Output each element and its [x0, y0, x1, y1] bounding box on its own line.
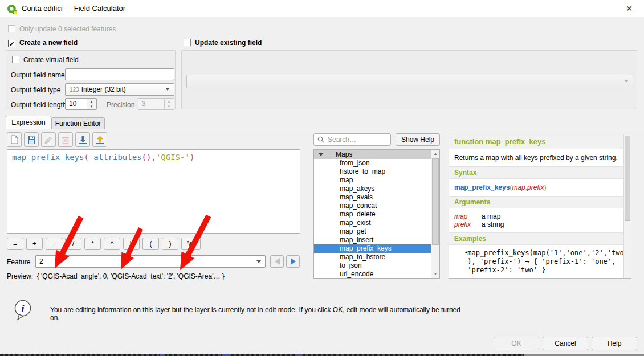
operator-button[interactable]: ^	[104, 238, 120, 250]
output-field-length-label: Output field length	[11, 101, 66, 109]
function-group-maps[interactable]: Maps	[314, 150, 439, 159]
checkbox-box[interactable]	[8, 25, 15, 32]
function-item[interactable]: map_to_hstore	[314, 253, 432, 261]
function-item[interactable]: map	[314, 176, 432, 185]
save-icon	[27, 136, 36, 144]
function-item[interactable]: hstore_to_map	[314, 167, 432, 176]
window-title: Conta edifici — Field Calculator	[22, 0, 125, 17]
scrollbar-thumb[interactable]	[625, 136, 630, 221]
expression-editor[interactable]: map_prefix_keys( attributes(),'QGIS-')	[7, 149, 300, 234]
syntax-paren: )	[544, 183, 546, 191]
save-expression-button[interactable]	[24, 132, 39, 147]
only-update-label: Only update 0 selected features	[19, 25, 116, 33]
argument-desc: a map	[482, 212, 500, 220]
chevron-down-icon	[256, 260, 261, 263]
operator-button[interactable]: +	[26, 238, 43, 250]
export-expression-button[interactable]	[92, 132, 107, 147]
example-line: map_prefix_keys(map('1','one','2','two'	[467, 249, 628, 257]
delete-expression-button	[58, 132, 73, 147]
operator-button[interactable]: /	[65, 238, 81, 250]
function-search[interactable]: Search…	[313, 133, 391, 146]
new-file-icon	[10, 135, 19, 144]
operator-button-row: =+-/*^||()'\n'	[7, 238, 203, 250]
operator-button[interactable]: ||	[123, 238, 140, 250]
update-existing-field-checkbox[interactable]: Update existing field	[184, 39, 262, 47]
output-field-name-label: Output field name	[11, 71, 65, 79]
ok-label: OK	[511, 339, 521, 347]
only-update-checkbox[interactable]: Only update 0 selected features	[8, 25, 116, 33]
output-field-name-input[interactable]	[65, 68, 174, 80]
function-item[interactable]: from_json	[314, 159, 432, 167]
function-item[interactable]: map_insert	[314, 236, 432, 244]
feature-combo[interactable]: 2	[35, 255, 266, 268]
edit-expression-button	[41, 132, 56, 147]
cancel-label: Cancel	[555, 339, 576, 347]
preview-row: Preview: { 'QGIS-Acad_angle': 0, 'QGIS-A…	[7, 272, 225, 280]
function-item[interactable]: map_get	[314, 227, 432, 236]
function-item[interactable]: map_exist	[314, 219, 432, 227]
expression-token: 'QGIS-'	[156, 153, 190, 162]
help-syntax-line: map_prefix_keys(map,prefix)	[449, 179, 623, 196]
preview-label: Preview:	[7, 272, 33, 280]
preview-value: { 'QGIS-Acad_angle': 0, 'QGIS-Acad_text'…	[37, 272, 225, 280]
operator-button[interactable]: )	[162, 238, 178, 250]
pencil-icon	[44, 136, 53, 144]
expression-token: (	[84, 153, 93, 162]
function-item[interactable]: to_json	[314, 261, 432, 270]
operator-button-newline[interactable]: '\n'	[181, 238, 201, 250]
help-title: function map_prefix_keys	[449, 134, 623, 149]
function-item[interactable]: url_encode	[314, 270, 432, 279]
checkbox-box[interactable]	[12, 56, 19, 63]
expression-token: ()	[142, 153, 152, 162]
show-help-button[interactable]: Show Help	[396, 133, 440, 146]
import-expression-button[interactable]	[75, 132, 90, 147]
new-expression-button[interactable]	[7, 132, 22, 147]
cancel-button[interactable]: Cancel	[543, 337, 588, 350]
expression-token: )	[190, 153, 194, 162]
output-field-length-spinner[interactable]: 10 ▲▼	[65, 98, 97, 110]
search-placeholder: Search…	[328, 136, 356, 144]
syntax-arg: map	[512, 183, 525, 191]
function-list-scrollbar[interactable]: ▲ ▼	[431, 150, 439, 278]
function-item[interactable]: map_akeys	[314, 185, 432, 193]
previous-feature-button	[270, 255, 284, 268]
spinner-arrows-icon[interactable]: ▲▼	[87, 99, 96, 109]
function-item[interactable]: map_concat	[314, 202, 432, 210]
precision-spinner: 3 ▲▼	[138, 98, 174, 110]
create-virtual-field-checkbox[interactable]: Create virtual field	[12, 56, 79, 64]
operator-button[interactable]: *	[84, 238, 101, 250]
scroll-up-icon[interactable]: ▲	[431, 150, 439, 158]
field-calculator-dialog: Conta edifici — Field Calculator ✕ Only …	[0, 0, 644, 356]
spinner-arrows-icon: ▲▼	[164, 99, 173, 109]
checkbox-box[interactable]	[184, 39, 191, 46]
title-bar: Conta edifici — Field Calculator ✕	[0, 0, 644, 17]
create-new-field-checkbox[interactable]: ✔Create a new field	[8, 39, 78, 47]
help-button[interactable]: Help	[592, 337, 637, 350]
scrollbar-thumb[interactable]	[432, 158, 439, 245]
help-scrollbar[interactable]	[623, 134, 631, 278]
operator-button[interactable]: (	[142, 238, 159, 250]
output-field-type-combo[interactable]: 123Integer (32 bit)	[65, 83, 174, 96]
operator-button[interactable]: -	[46, 238, 62, 250]
checkbox-check-icon[interactable]: ✔	[8, 40, 15, 47]
close-icon[interactable]: ✕	[622, 0, 636, 17]
operator-button[interactable]: =	[7, 238, 23, 250]
info-icon: i	[14, 298, 33, 321]
function-item[interactable]: map_avals	[314, 193, 432, 202]
scroll-down-icon[interactable]: ▼	[431, 270, 439, 278]
function-item-selected[interactable]: map_prefix_keys	[314, 244, 432, 253]
argument-name: map	[454, 212, 482, 220]
tab-expression[interactable]: Expression	[6, 116, 51, 129]
next-feature-button[interactable]	[286, 255, 300, 268]
show-help-label: Show Help	[401, 136, 434, 144]
tab-expression-label: Expression	[11, 118, 45, 126]
tree-collapse-icon[interactable]	[319, 153, 323, 156]
feature-value: 2	[39, 257, 43, 265]
search-icon	[317, 136, 324, 143]
expression-token: ,	[151, 153, 156, 162]
background-app-strip-bottom	[524, 354, 644, 356]
tab-function-editor[interactable]: Function Editor	[51, 117, 105, 129]
arrow-right-icon	[291, 258, 296, 265]
argument-name: prefix	[454, 220, 482, 228]
function-item[interactable]: map_delete	[314, 210, 432, 219]
